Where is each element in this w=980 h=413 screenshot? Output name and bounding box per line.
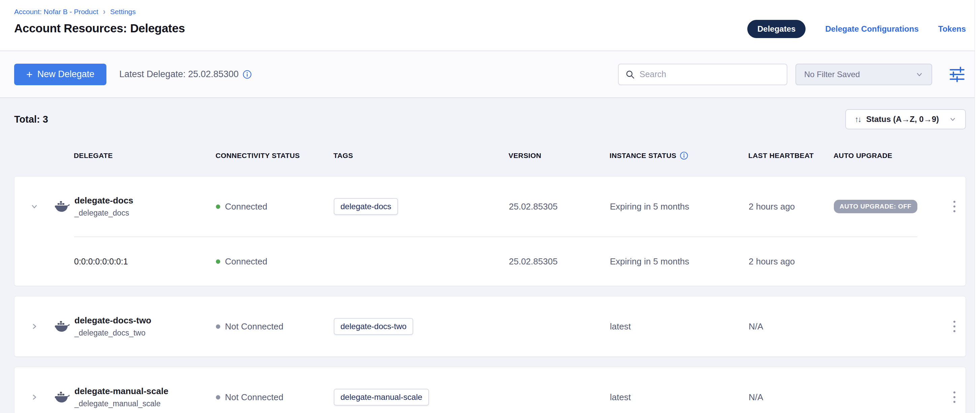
connectivity-label: Connected: [225, 256, 267, 267]
tab-group: Delegates Delegate Configurations Tokens: [747, 19, 966, 38]
version-cell: 25.02.85305: [509, 201, 610, 212]
tab-tokens[interactable]: Tokens: [938, 24, 966, 33]
delegate-row-card: delegate-docs-two _delegate_docs_two Not…: [14, 296, 966, 357]
delegate-cell: delegate-docs _delegate_docs: [54, 195, 216, 218]
search-icon: [625, 70, 635, 79]
column-header-instance-status: INSTANCE STATUS: [609, 151, 748, 159]
expand-chevron-button[interactable]: [14, 392, 54, 402]
delegate-instance-subrow: 0:0:0:0:0:0:0:1 Connected 25.02.85305 Ex…: [14, 237, 966, 285]
connectivity-label: Not Connected: [225, 392, 283, 403]
scrollbar-track[interactable]: [975, 0, 980, 413]
content-area: Total: 3 ↑↓ Status (A→Z, 0→9) DELEGATE C…: [0, 98, 980, 413]
tags-cell: delegate-docs-two: [334, 318, 509, 335]
column-header-version: VERSION: [509, 151, 609, 159]
saved-filter-value: No Filter Saved: [804, 70, 860, 79]
latest-delegate-text: Latest Delegate: 25.02.85300: [119, 69, 251, 80]
delegate-row-card: delegate-docs _delegate_docs Connected d…: [14, 176, 966, 286]
column-header-auto-upgrade: AUTO UPGRADE: [834, 151, 943, 159]
delegate-names: delegate-docs _delegate_docs: [75, 195, 134, 218]
table-row[interactable]: delegate-manual-scale _delegate_manual_s…: [14, 367, 966, 413]
tag-chip[interactable]: delegate-docs-two: [334, 318, 413, 335]
connectivity-cell: Connected: [216, 256, 334, 267]
chevron-icon: [29, 321, 40, 332]
last-heartbeat-cell: N/A: [749, 321, 834, 332]
breadcrumb-account-link[interactable]: Account: Nofar B - Product: [14, 8, 98, 16]
last-heartbeat-cell: N/A: [749, 392, 834, 403]
row-menu-kebab-button[interactable]: [950, 388, 959, 406]
chevron-down-icon: [915, 70, 923, 78]
sort-dropdown[interactable]: ↑↓ Status (A→Z, 0→9): [845, 109, 966, 129]
column-header-last-heartbeat: LAST HEARTBEAT: [748, 151, 834, 159]
breadcrumb-separator-icon: ›: [103, 6, 105, 17]
last-heartbeat-cell: 2 hours ago: [749, 201, 834, 212]
content-top-bar: Total: 3 ↑↓ Status (A→Z, 0→9): [14, 109, 966, 130]
header-left: Account: Nofar B - Product › Settings Ac…: [14, 6, 185, 51]
chevron-down-icon: [949, 116, 956, 123]
connectivity-cell: Not Connected: [216, 392, 334, 403]
page-header: Account: Nofar B - Product › Settings Ac…: [0, 0, 980, 51]
new-delegate-label: New Delegate: [37, 69, 95, 80]
connectivity-dot: [216, 324, 220, 329]
chevron-icon: [29, 392, 40, 402]
docker-icon: [54, 200, 70, 213]
breadcrumb: Account: Nofar B - Product › Settings: [14, 7, 185, 16]
info-icon[interactable]: [680, 151, 688, 159]
connectivity-label: Connected: [225, 201, 267, 212]
breadcrumb-settings-link[interactable]: Settings: [110, 8, 136, 16]
table-row[interactable]: delegate-docs-two _delegate_docs_two Not…: [14, 297, 966, 356]
column-header-connectivity-status: CONNECTIVITY STATUS: [216, 151, 333, 159]
table-header-row: DELEGATE CONNECTIVITY STATUS TAGS VERSIO…: [14, 147, 966, 164]
search-input[interactable]: [640, 69, 780, 79]
connectivity-label: Not Connected: [225, 321, 283, 332]
last-heartbeat-cell: 2 hours ago: [749, 256, 834, 267]
plus-icon: +: [26, 69, 33, 80]
tag-chip[interactable]: delegate-manual-scale: [334, 389, 429, 406]
delegate-row-card: delegate-manual-scale _delegate_manual_s…: [14, 367, 966, 413]
search-box: [618, 64, 788, 85]
docker-icon: [54, 320, 70, 333]
chevron-icon: [29, 201, 40, 212]
toolbar: + New Delegate Latest Delegate: 25.02.85…: [0, 51, 980, 98]
connectivity-cell: Not Connected: [216, 321, 334, 332]
delegate-names: delegate-docs-two _delegate_docs_two: [75, 315, 151, 338]
toolbar-right: No Filter Saved: [618, 64, 966, 85]
delegate-name: delegate-docs-two: [75, 315, 151, 326]
expand-chevron-button[interactable]: [14, 201, 54, 212]
tags-cell: delegate-manual-scale: [334, 389, 509, 406]
instance-status-cell: latest: [610, 321, 749, 332]
version-cell: 25.02.85305: [509, 256, 610, 267]
tab-delegate-configurations[interactable]: Delegate Configurations: [825, 24, 918, 33]
sort-arrows-icon: ↑↓: [855, 115, 861, 124]
instance-host-label: 0:0:0:0:0:0:0:1: [54, 257, 216, 266]
new-delegate-button[interactable]: + New Delegate: [14, 64, 107, 85]
filter-sliders-button[interactable]: [948, 66, 966, 83]
delegate-name: delegate-docs: [75, 195, 134, 206]
delegate-identifier: _delegate_docs: [75, 209, 134, 218]
row-menu-kebab-button[interactable]: [950, 198, 959, 215]
instance-status-cell: Expiring in 5 months: [610, 201, 749, 212]
expand-chevron-button[interactable]: [14, 321, 54, 332]
sliders-icon: [948, 66, 966, 83]
saved-filter-dropdown[interactable]: No Filter Saved: [795, 64, 932, 85]
tab-delegates[interactable]: Delegates: [747, 20, 805, 38]
connectivity-dot: [216, 204, 220, 209]
delegate-identifier: _delegate_docs_two: [75, 328, 151, 338]
tags-cell: delegate-docs: [334, 198, 509, 215]
auto-upgrade-cell: AUTO UPGRADE: OFF: [834, 200, 943, 213]
instance-status-cell: latest: [610, 392, 749, 403]
connectivity-cell: Connected: [216, 201, 334, 212]
column-header-delegate: DELEGATE: [54, 151, 216, 159]
row-menu-kebab-button[interactable]: [950, 317, 959, 335]
delegate-cell: delegate-docs-two _delegate_docs_two: [54, 315, 216, 338]
page-title: Account Resources: Delegates: [14, 22, 185, 35]
connectivity-dot: [216, 259, 220, 264]
connectivity-dot: [216, 395, 220, 400]
delegate-cell: delegate-manual-scale _delegate_manual_s…: [54, 386, 216, 408]
total-count-label: Total: 3: [14, 114, 48, 125]
delegate-name: delegate-manual-scale: [75, 386, 169, 397]
tag-chip[interactable]: delegate-docs: [334, 198, 398, 215]
info-icon[interactable]: [243, 70, 251, 79]
instance-status-cell: Expiring in 5 months: [610, 256, 749, 267]
table-row[interactable]: delegate-docs _delegate_docs Connected d…: [14, 177, 966, 236]
delegate-rows: delegate-docs _delegate_docs Connected d…: [14, 176, 966, 413]
